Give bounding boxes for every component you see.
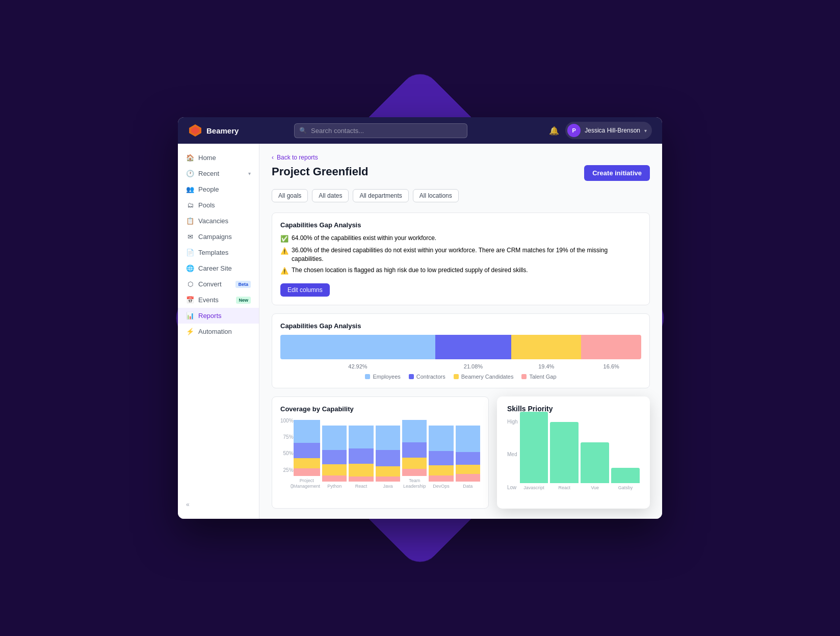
user-name: Jessica Hill-Brenson (585, 127, 640, 134)
convert-icon: ⬡ (186, 280, 194, 288)
main-layout: 🏠 Home 🕐 Recent ▾ 👥 People 🗂 Pools 📋 Vac… (178, 144, 662, 519)
filter-goals[interactable]: All goals (272, 189, 308, 202)
skills-bars: JavascriptReactVueGatsby (520, 419, 640, 500)
page-header: Project Greenfield Create initiative (272, 165, 650, 181)
skill-bar-fill (611, 468, 640, 483)
sidebar-bottom: « (178, 495, 259, 513)
legend-talent-gap: Talent Gap (521, 374, 556, 380)
legend-dot-beamery (454, 374, 459, 379)
bar-segment (322, 426, 347, 450)
bottom-row: Coverage by Capability 100% 75% 50% 25% … (272, 396, 650, 509)
reports-icon: 📊 (186, 312, 194, 320)
home-icon: 🏠 (186, 154, 194, 162)
sidebar-item-reports[interactable]: 📊 Reports (178, 308, 259, 324)
skill-bar-2: Vue (581, 442, 609, 490)
sidebar-label-convert: Convert (198, 280, 222, 288)
create-initiative-button[interactable]: Create initiative (584, 165, 650, 181)
bar-segment (349, 476, 373, 482)
capabilities-chart-card: Capabilities Gap Analysis 42.92% 21.08% (272, 313, 650, 388)
breadcrumb-arrow-icon: ‹ (272, 154, 274, 161)
sidebar-item-templates[interactable]: 📄 Templates (178, 245, 259, 260)
stacked-bar (280, 335, 641, 359)
bar-x-label: Java (383, 484, 392, 489)
sidebar-item-campaigns[interactable]: ✉ Campaigns (178, 229, 259, 245)
edit-columns-button[interactable]: Edit columns (280, 283, 330, 297)
pools-icon: 🗂 (186, 201, 194, 209)
bar-x-label: Data (463, 484, 472, 489)
search-bar[interactable]: 🔍 (294, 123, 467, 138)
coverage-card: Coverage by Capability 100% 75% 50% 25% … (272, 396, 489, 509)
sidebar-item-pools[interactable]: 🗂 Pools (178, 197, 259, 213)
bar-segment (429, 465, 453, 475)
beamery-logo-icon (188, 123, 202, 138)
insight-success-text: 64.00% of the capabilities exist within … (292, 234, 436, 243)
skill-x-label: Javascript (523, 485, 544, 490)
insight-warning-2: ⚠️ The chosen location is flagged as hig… (280, 266, 641, 276)
bar-segment (376, 476, 400, 482)
chevron-down-icon: ▾ (644, 128, 647, 134)
people-icon: 👥 (186, 186, 194, 193)
collapse-sidebar-button[interactable]: « (186, 501, 190, 508)
skill-bar-fill (581, 442, 609, 483)
sidebar-item-careersite[interactable]: 🌐 Career Site (178, 260, 259, 276)
bar-segment (322, 475, 347, 482)
chevron-down-icon: ▾ (248, 171, 251, 176)
sidebar-label-vacancies: Vacancies (198, 217, 228, 225)
templates-icon: 📄 (186, 249, 194, 256)
skills-priority-card: Skills Priority High Med Low JavascriptR… (497, 396, 650, 509)
recent-icon: 🕐 (186, 170, 194, 177)
sidebar-label-home: Home (198, 154, 216, 162)
breadcrumb[interactable]: ‹ Back to reports (272, 154, 650, 161)
user-menu[interactable]: P Jessica Hill-Brenson ▾ (565, 122, 652, 139)
skills-y-low: Low (507, 485, 518, 490)
sidebar-item-events[interactable]: 📅 Events New (178, 292, 259, 308)
bar-segment (349, 464, 373, 476)
notification-bell[interactable]: 🔔 (549, 126, 559, 136)
skills-chart-container: High Med Low JavascriptReactVueGatsby (507, 419, 640, 500)
bar-segment (456, 474, 480, 482)
convert-badge: Beta (235, 281, 251, 288)
bar-segment (402, 420, 427, 442)
filter-locations[interactable]: All locations (413, 189, 459, 202)
coverage-bar-3: Java (376, 418, 400, 489)
filter-dates[interactable]: All dates (312, 189, 349, 202)
sidebar-item-recent[interactable]: 🕐 Recent ▾ (178, 166, 259, 181)
bar-segment (456, 426, 480, 452)
sidebar-item-automation[interactable]: ⚡ Automation (178, 324, 259, 339)
sidebar-label-campaigns: Campaigns (198, 233, 232, 241)
sidebar-item-vacancies[interactable]: 📋 Vacancies (178, 213, 259, 229)
insight-success: ✅ 64.00% of the capabilities exist withi… (280, 234, 641, 244)
sidebar-label-templates: Templates (198, 249, 228, 256)
breadcrumb-link[interactable]: Back to reports (277, 154, 318, 161)
campaigns-icon: ✉ (186, 233, 194, 241)
bar-segment (349, 448, 373, 464)
y-label-0: 0 (280, 484, 294, 489)
sidebar-item-home[interactable]: 🏠 Home (178, 150, 259, 166)
sidebar-item-people[interactable]: 👥 People (178, 181, 259, 197)
skill-bar-0: Javascript (520, 412, 548, 490)
search-input[interactable] (294, 123, 467, 138)
insight-warning-1-text: 36.00% of the desired capabilities do no… (292, 246, 641, 263)
bar-segment (376, 466, 400, 476)
bar-x-label: Team Leadership (402, 478, 427, 489)
filter-row: All goals All dates All departments All … (272, 189, 650, 202)
y-label-100: 100% (280, 418, 294, 423)
app-name: Beamery (206, 126, 239, 135)
skills-y-med: Med (507, 452, 518, 457)
bar-segment (456, 452, 480, 465)
filter-departments[interactable]: All departments (353, 189, 408, 202)
skills-bars-inner: JavascriptReactVueGatsby (520, 419, 640, 490)
coverage-bars-inner: Project ManagementPythonReactJavaTeam Le… (294, 418, 480, 489)
bar-segment (456, 465, 480, 474)
user-avatar: P (567, 124, 581, 137)
check-circle-icon: ✅ (280, 234, 288, 244)
bar-segment (402, 458, 427, 469)
coverage-y-axis: 100% 75% 50% 25% 0 (280, 418, 294, 499)
bar-segment (294, 458, 321, 468)
coverage-bar-6: Data (456, 418, 480, 489)
logo-area: Beamery (188, 123, 249, 138)
topbar: Beamery 🔍 🔔 P Jessica Hill-Brenson ▾ (178, 117, 662, 144)
sidebar-item-convert[interactable]: ⬡ Convert Beta (178, 276, 259, 292)
pct-beamery: 19.4% (511, 363, 581, 369)
browser-window: Beamery 🔍 🔔 P Jessica Hill-Brenson ▾ 🏠 H… (178, 117, 662, 519)
